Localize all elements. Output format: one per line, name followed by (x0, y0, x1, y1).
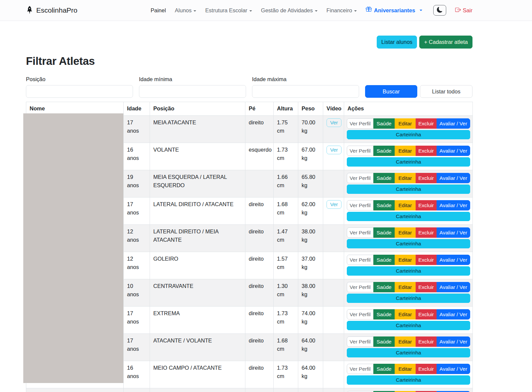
ver-video-button[interactable]: Ver (327, 146, 341, 154)
ver-perfil-button[interactable]: Ver Perfil (347, 282, 373, 293)
excluir-button[interactable]: Excluir (416, 364, 437, 374)
editar-button[interactable]: Editar (395, 200, 416, 211)
carteirinha-button[interactable]: Carteirinha (347, 266, 470, 276)
excluir-button[interactable]: Excluir (416, 336, 437, 347)
filter-form: Posição Idade mínima Idade máxima Buscar… (26, 76, 472, 98)
avaliar-ver-button[interactable]: Avaliar / Ver (437, 227, 470, 238)
row-actions: Ver Perfil Saúde Editar Excluir Avaliar … (347, 282, 470, 293)
nav-item-alunos[interactable]: Alunos (175, 7, 196, 14)
carteirinha-button[interactable]: Carteirinha (347, 157, 470, 167)
excluir-button[interactable]: Excluir (416, 146, 437, 156)
excluir-button[interactable]: Excluir (416, 282, 437, 293)
ver-perfil-button[interactable]: Ver Perfil (347, 309, 373, 320)
brand[interactable]: EscolinhaPro (26, 6, 77, 15)
nav-item-financeiro[interactable]: Financeiro (327, 7, 357, 14)
excluir-button[interactable]: Excluir (416, 173, 437, 184)
cell-altura: 1.73 cm (274, 143, 298, 170)
carteirinha-button[interactable]: Carteirinha (347, 185, 470, 194)
ver-video-button[interactable]: Ver (327, 118, 341, 127)
saude-button[interactable]: Saúde (373, 173, 395, 184)
excluir-button[interactable]: Excluir (416, 118, 437, 129)
cell-posicao (150, 388, 245, 392)
excluir-button[interactable]: Excluir (416, 391, 437, 392)
editar-button[interactable]: Editar (395, 391, 416, 392)
ver-perfil-button[interactable]: Ver Perfil (347, 173, 373, 184)
ver-perfil-button[interactable]: Ver Perfil (347, 336, 373, 347)
row-actions: Ver Perfil Saúde Editar Excluir Avaliar … (347, 146, 470, 156)
saude-button[interactable]: Saúde (373, 255, 395, 265)
avaliar-ver-button[interactable]: Avaliar / Ver (437, 391, 470, 392)
editar-button[interactable]: Editar (395, 255, 416, 265)
col-header-video: Vídeo (323, 102, 344, 116)
excluir-button[interactable]: Excluir (416, 255, 437, 265)
ver-perfil-button[interactable]: Ver Perfil (347, 227, 373, 238)
excluir-button[interactable]: Excluir (416, 227, 437, 238)
theme-toggle-button[interactable] (433, 5, 446, 16)
ver-perfil-button[interactable]: Ver Perfil (347, 255, 373, 265)
saude-button[interactable]: Saúde (373, 200, 395, 211)
ver-perfil-button[interactable]: Ver Perfil (347, 146, 373, 156)
avaliar-ver-button[interactable]: Avaliar / Ver (437, 173, 470, 184)
nav-item-estrutura-escolar[interactable]: Estrutura Escolar (205, 7, 252, 14)
avaliar-ver-button[interactable]: Avaliar / Ver (437, 200, 470, 211)
listar-todos-button[interactable]: Listar todos (420, 85, 472, 98)
carteirinha-button[interactable]: Carteirinha (347, 294, 470, 303)
saude-button[interactable]: Saúde (373, 391, 395, 392)
avaliar-ver-button[interactable]: Avaliar / Ver (437, 309, 470, 320)
cell-acoes: Ver Perfil Saúde Editar Excluir Avaliar … (344, 333, 473, 361)
excluir-button[interactable]: Excluir (416, 309, 437, 320)
carteirinha-button[interactable]: Carteirinha (347, 130, 470, 139)
listar-alunos-button[interactable]: Listar alunos (377, 36, 417, 49)
saude-button[interactable]: Saúde (373, 118, 395, 129)
avaliar-ver-button[interactable]: Avaliar / Ver (437, 146, 470, 156)
excluir-button[interactable]: Excluir (416, 200, 437, 211)
avaliar-ver-button[interactable]: Avaliar / Ver (437, 282, 470, 293)
editar-button[interactable]: Editar (395, 336, 416, 347)
saude-button[interactable]: Saúde (373, 364, 395, 374)
cell-acoes: Ver Perfil Saúde Editar Excluir Avaliar … (344, 388, 473, 392)
editar-button[interactable]: Editar (395, 118, 416, 129)
saude-button[interactable]: Saúde (373, 309, 395, 320)
carteirinha-button[interactable]: Carteirinha (347, 239, 470, 248)
editar-button[interactable]: Editar (395, 227, 416, 238)
avaliar-ver-button[interactable]: Avaliar / Ver (437, 336, 470, 347)
editar-button[interactable]: Editar (395, 282, 416, 293)
carteirinha-button[interactable]: Carteirinha (347, 212, 470, 221)
editar-button[interactable]: Editar (395, 146, 416, 156)
editar-button[interactable]: Editar (395, 309, 416, 320)
saude-button[interactable]: Saúde (373, 282, 395, 293)
nav-item-aniversariantes[interactable]: Aniversariantes (366, 7, 422, 14)
saude-button[interactable]: Saúde (373, 336, 395, 347)
editar-button[interactable]: Editar (395, 173, 416, 184)
col-header-acoes: Ações (344, 102, 473, 116)
avaliar-ver-button[interactable]: Avaliar / Ver (437, 364, 470, 374)
ver-perfil-button[interactable]: Ver Perfil (347, 364, 373, 374)
avaliar-ver-button[interactable]: Avaliar / Ver (437, 255, 470, 265)
ver-perfil-button[interactable]: Ver Perfil (347, 200, 373, 211)
posicao-input[interactable] (26, 85, 133, 98)
saude-button[interactable]: Saúde (373, 146, 395, 156)
idade-maxima-label: Idade máxima (252, 76, 359, 82)
ver-perfil-button[interactable]: Ver Perfil (347, 118, 373, 129)
carteirinha-button[interactable]: Carteirinha (347, 375, 470, 385)
saude-button[interactable]: Saúde (373, 227, 395, 238)
cadastrar-atleta-button[interactable]: + Cadastrar atleta (419, 36, 472, 49)
avaliar-ver-button[interactable]: Avaliar / Ver (437, 118, 470, 129)
cell-video (323, 224, 344, 252)
logout-link[interactable]: Sair (455, 7, 472, 14)
cell-pe: direito (245, 333, 274, 361)
idade-minima-input[interactable] (139, 85, 246, 98)
carteirinha-button[interactable]: Carteirinha (347, 321, 470, 330)
cell-idade (124, 388, 150, 392)
editar-button[interactable]: Editar (395, 364, 416, 374)
nav-item-gestao-atividades[interactable]: Gestão de Atividades (261, 7, 318, 14)
ver-perfil-button[interactable]: Ver Perfil (347, 391, 373, 392)
carteirinha-button[interactable]: Carteirinha (347, 348, 470, 357)
nav-item-painel[interactable]: Painel (151, 7, 166, 14)
redacted-names-block (23, 113, 123, 383)
ver-video-button[interactable]: Ver (327, 200, 341, 209)
cell-peso: 70.00 kg (298, 115, 323, 143)
idade-maxima-input[interactable] (252, 85, 359, 98)
buscar-button[interactable]: Buscar (365, 85, 417, 98)
cell-video (323, 306, 344, 333)
